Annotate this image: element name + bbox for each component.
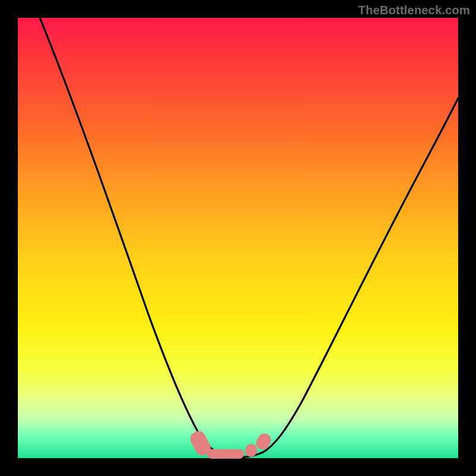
curve-path xyxy=(40,18,458,458)
plot-area xyxy=(18,18,458,458)
optimal-marker-mid xyxy=(207,449,244,459)
bottleneck-curve xyxy=(18,18,458,458)
chart-frame: TheBottleneck.com xyxy=(0,0,476,476)
watermark-text: TheBottleneck.com xyxy=(358,4,470,17)
